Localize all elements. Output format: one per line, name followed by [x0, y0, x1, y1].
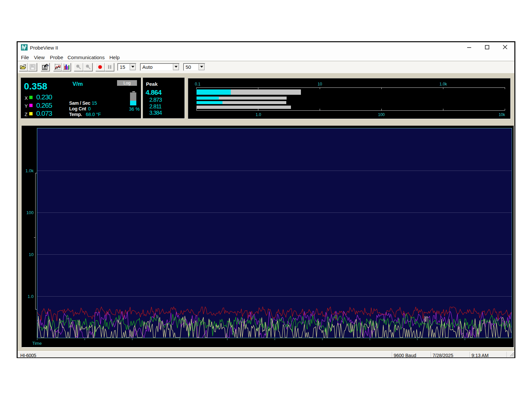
svg-text:100: 100 [26, 210, 34, 215]
svg-text:1.0: 1.0 [256, 112, 261, 117]
svg-text:1.0k: 1.0k [440, 82, 448, 86]
svg-text:10k: 10k [499, 112, 505, 117]
svg-text:10: 10 [29, 252, 34, 257]
svg-text:10: 10 [318, 82, 322, 86]
svg-text:1.0: 1.0 [28, 294, 34, 299]
svg-text:1.0k: 1.0k [25, 168, 34, 173]
svg-text:100: 100 [378, 112, 385, 117]
svg-text:Time: Time [32, 341, 42, 346]
svg-text:0.1: 0.1 [195, 82, 200, 86]
